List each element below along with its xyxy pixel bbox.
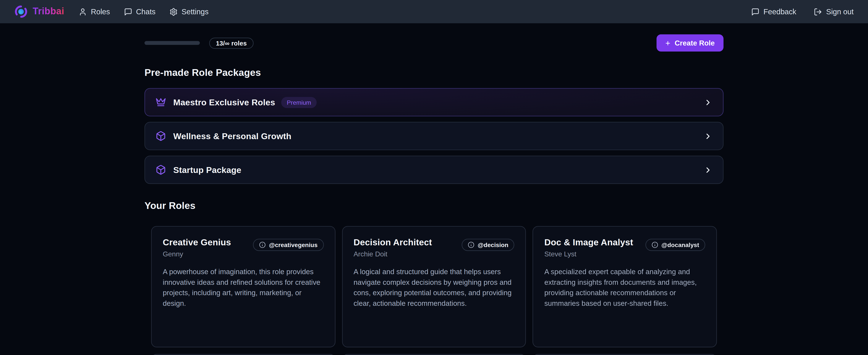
package-list: Maestro Exclusive Roles Premium Wellness… [145,88,723,184]
package-title: Maestro Exclusive Roles [173,97,275,107]
create-role-label: Create Role [675,39,715,47]
sign-out-button[interactable]: Sign out [814,7,854,16]
gear-icon [169,7,178,16]
package-icon [155,131,166,141]
app-root: Tribbai Roles [0,0,868,355]
crown-icon [155,97,166,108]
packages-heading: Pre-made Role Packages [145,67,723,79]
chat-icon [124,7,132,16]
plus-icon: + [665,38,670,47]
role-card-subtitle: Archie Doit [353,250,432,258]
user-icon [79,7,87,16]
chevron-right-icon [704,98,713,107]
nav-label: Settings [182,7,209,16]
info-icon [468,241,474,248]
role-card-title: Doc & Image Analyst [544,238,633,248]
package-row-wellness[interactable]: Wellness & Personal Growth [145,122,723,150]
brand-name: Tribbai [33,6,64,17]
brand-logo[interactable]: Tribbai [14,5,64,18]
role-handle: @docanalyst [661,241,699,248]
role-handle: @decision [478,241,508,248]
primary-nav: Roles Chats [79,7,209,16]
package-icon [155,165,166,175]
create-role-button[interactable]: + Create Role [656,34,723,51]
premium-badge: Premium [281,97,317,108]
role-description: A logical and structured guide that help… [353,267,514,309]
roles-count-badge: 13/∞ roles [209,37,253,49]
nav-label: Roles [91,7,110,16]
role-card-subtitle: Genny [163,250,231,258]
role-card[interactable] [342,354,526,355]
chat-icon [751,7,760,16]
role-card-doc-image-analyst[interactable]: Doc & Image Analyst Steve Lyst @docanaly… [533,226,717,347]
role-description: A specialized expert capable of analyzin… [544,267,705,309]
role-handle-badge[interactable]: @creativegenius [253,239,324,251]
tribbai-logo-icon [14,5,28,18]
role-card-title: Decision Architect [353,238,432,248]
roles-meter-row: 13/∞ roles + Create Role [145,34,723,51]
nav-item-chats[interactable]: Chats [124,7,155,16]
main-content: 13/∞ roles + Create Role Pre-made Role P… [145,34,723,355]
role-card-creative-genius[interactable]: Creative Genius Genny @creativegenius A … [151,226,335,347]
info-icon [259,241,266,248]
top-navbar: Tribbai Roles [0,0,868,23]
role-card[interactable] [151,354,335,355]
role-handle-badge[interactable]: @docanalyst [645,239,705,251]
info-icon [651,241,658,248]
nav-item-roles[interactable]: Roles [79,7,110,16]
nav-label: Sign out [826,7,854,16]
logout-icon [814,7,822,16]
feedback-button[interactable]: Feedback [751,7,796,16]
role-handle-badge[interactable]: @decision [462,239,515,251]
role-card-decision-architect[interactable]: Decision Architect Archie Doit @decision… [342,226,526,347]
role-description: A powerhouse of imagination, this role p… [163,267,323,309]
package-row-startup[interactable]: Startup Package [145,156,723,184]
role-handle: @creativegenius [269,241,317,248]
chevron-right-icon [704,166,713,174]
role-card[interactable] [533,354,717,355]
nav-label: Feedback [764,7,796,16]
nav-item-settings[interactable]: Settings [169,7,209,16]
role-cards-grid: Creative Genius Genny @creativegenius A … [145,226,723,347]
role-cards-grid-partial [145,354,723,355]
package-row-maestro[interactable]: Maestro Exclusive Roles Premium [145,88,723,116]
role-card-subtitle: Steve Lyst [544,250,633,258]
your-roles-heading: Your Roles [145,200,723,212]
roles-progress-bar [145,41,200,45]
nav-label: Chats [136,7,155,16]
chevron-right-icon [704,131,713,141]
package-title: Wellness & Personal Growth [173,131,291,141]
package-title: Startup Package [173,165,241,175]
secondary-nav: Feedback Sign out [751,7,854,16]
role-card-title: Creative Genius [163,238,231,248]
